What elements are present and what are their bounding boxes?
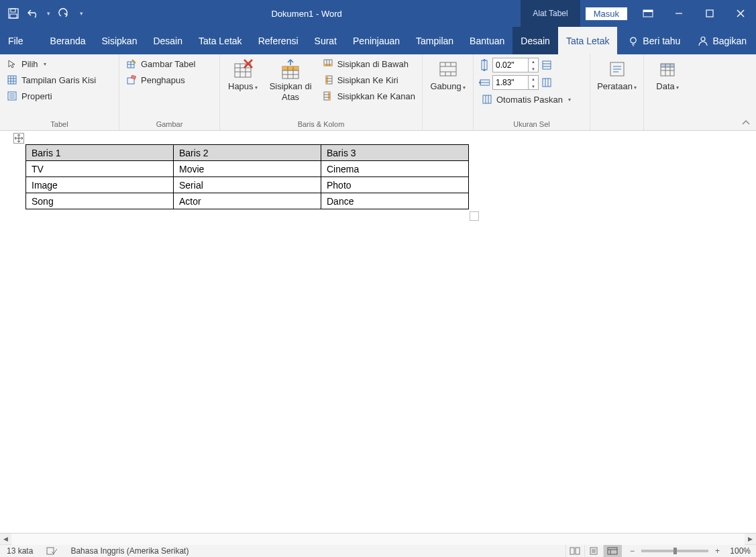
close-icon[interactable] xyxy=(725,0,756,27)
tab-table-design[interactable]: Desain xyxy=(512,27,558,54)
tab-file[interactable]: File xyxy=(0,27,32,54)
insert-left-button[interactable]: Sisipkan Ke Kiri xyxy=(319,72,419,88)
select-button[interactable]: Pilih xyxy=(3,56,100,72)
table-cell[interactable]: Photo xyxy=(321,177,469,193)
tab-table-layout[interactable]: Tata Letak xyxy=(558,27,618,54)
table-cell[interactable]: Dance xyxy=(321,193,469,209)
scroll-track[interactable] xyxy=(11,534,745,545)
ribbon-display-options-icon[interactable] xyxy=(633,0,663,27)
table-header[interactable]: Baris 1 xyxy=(26,145,174,161)
save-icon[interactable] xyxy=(7,7,20,20)
col-width-field[interactable] xyxy=(493,78,528,87)
insert-right-button[interactable]: Sisipkkan Ke Kanan xyxy=(319,88,419,104)
qat-customize[interactable]: ▾ xyxy=(77,10,86,17)
width-down[interactable]: ▼ xyxy=(529,83,538,90)
zoom-slider[interactable] xyxy=(641,550,708,552)
svg-rect-82 xyxy=(570,548,574,554)
autofit-button[interactable]: Otomatis Paskan xyxy=(479,93,574,106)
tab-help[interactable]: Bantuan xyxy=(462,27,512,54)
width-up[interactable]: ▲ xyxy=(529,75,538,83)
table-move-handle[interactable] xyxy=(13,133,24,144)
tab-view[interactable]: Tampilan xyxy=(408,27,462,54)
svg-rect-46 xyxy=(326,76,328,84)
share-label: Bagikan xyxy=(712,36,747,46)
word-count[interactable]: 13 kata xyxy=(0,546,40,556)
document-table[interactable]: Baris 1 Baris 2 Baris 3 TV Movie Cinema … xyxy=(25,144,469,209)
distribute-cols-icon[interactable] xyxy=(541,77,552,88)
group-label-align xyxy=(593,119,641,130)
distribute-rows-icon[interactable] xyxy=(541,60,552,70)
svg-rect-83 xyxy=(576,548,580,554)
minimize-icon[interactable] xyxy=(663,0,694,27)
scroll-right-icon[interactable]: ▶ xyxy=(745,534,756,545)
insert-left-icon xyxy=(323,74,333,85)
svg-rect-2 xyxy=(10,14,17,18)
alignment-button[interactable]: Perataan xyxy=(592,56,642,95)
table-cell[interactable]: Serial xyxy=(174,177,321,193)
row-height-field[interactable] xyxy=(493,60,528,70)
redo-icon[interactable] xyxy=(57,7,70,20)
scroll-left-icon[interactable]: ◀ xyxy=(0,534,11,545)
tab-review[interactable]: Peninjauan xyxy=(345,27,408,54)
insert-above-button[interactable]: Sisipkan di Atas xyxy=(263,56,319,105)
tell-me-label: Beri tahu xyxy=(643,36,680,46)
undo-icon[interactable] xyxy=(27,7,40,20)
table-resize-handle[interactable] xyxy=(470,211,479,221)
eraser-button[interactable]: Penghapus xyxy=(122,72,199,88)
view-gridlines-button[interactable]: Tampilan Garis Kisi xyxy=(3,72,100,88)
print-layout-icon[interactable] xyxy=(584,545,603,558)
delete-button[interactable]: Hapus xyxy=(223,56,263,95)
height-up[interactable]: ▲ xyxy=(529,58,538,65)
tab-home[interactable]: Beranda xyxy=(42,27,94,54)
zoom-level[interactable]: 100% xyxy=(726,546,751,556)
properties-label: Properti xyxy=(21,91,52,101)
table-cell[interactable]: TV xyxy=(26,161,174,177)
insert-below-button[interactable]: Sisipkan di Bawah xyxy=(319,56,419,72)
table-header[interactable]: Baris 2 xyxy=(174,145,321,161)
zoom-out-button[interactable]: − xyxy=(627,546,637,556)
insert-above-label: Sisipkan di Atas xyxy=(268,80,313,102)
read-mode-icon[interactable] xyxy=(565,545,584,558)
table-header[interactable]: Baris 3 xyxy=(321,145,469,161)
tab-insert[interactable]: Sisipkan xyxy=(94,27,146,54)
properties-button[interactable]: Properti xyxy=(3,88,100,104)
tab-layout[interactable]: Tata Letak xyxy=(191,27,250,54)
table-cell[interactable]: Actor xyxy=(174,193,321,209)
merge-button[interactable]: Gabung xyxy=(425,56,470,95)
tab-design[interactable]: Desain xyxy=(145,27,191,54)
maximize-icon[interactable] xyxy=(694,0,725,27)
collapse-ribbon-icon[interactable] xyxy=(741,118,751,128)
group-label-gambar: Gambar xyxy=(122,119,217,130)
undo-dropdown[interactable]: ▾ xyxy=(47,10,50,17)
row-height-input[interactable]: ▲▼ xyxy=(492,58,539,72)
delete-icon xyxy=(232,58,254,80)
horizontal-scrollbar[interactable]: ◀ ▶ xyxy=(0,533,756,544)
draw-table-label: Gambar Tabel xyxy=(141,59,195,69)
delete-label: Hapus xyxy=(228,80,258,92)
insert-above-icon xyxy=(280,58,301,80)
tab-mailings[interactable]: Surat xyxy=(307,27,345,54)
zoom-in-button[interactable]: + xyxy=(712,546,722,556)
document-area[interactable]: Baris 1 Baris 2 Baris 3 TV Movie Cinema … xyxy=(0,131,756,533)
login-button[interactable]: Masuk xyxy=(586,7,627,20)
tell-me-button[interactable]: Beri tahu xyxy=(620,27,688,54)
table-cell[interactable]: Song xyxy=(26,193,174,209)
lightbulb-icon xyxy=(628,36,639,46)
svg-rect-50 xyxy=(328,92,330,100)
share-button[interactable]: Bagikan xyxy=(688,27,756,54)
spell-check-icon[interactable] xyxy=(40,546,64,556)
table-cell[interactable]: Cinema xyxy=(321,161,469,177)
height-down[interactable]: ▼ xyxy=(529,65,538,72)
zoom-thumb[interactable] xyxy=(673,548,677,554)
table-cell[interactable]: Image xyxy=(26,177,174,193)
data-button[interactable]: Data xyxy=(651,56,684,95)
draw-table-button[interactable]: Gambar Tabel xyxy=(122,56,199,72)
group-label-data xyxy=(647,119,688,130)
svg-rect-81 xyxy=(47,548,54,554)
table-cell[interactable]: Movie xyxy=(174,161,321,177)
language-status[interactable]: Bahasa Inggris (Amerika Serikat) xyxy=(64,546,195,556)
svg-rect-65 xyxy=(543,79,551,87)
web-layout-icon[interactable] xyxy=(603,545,622,558)
tab-references[interactable]: Referensi xyxy=(250,27,307,54)
col-width-input[interactable]: ▲▼ xyxy=(492,75,539,90)
